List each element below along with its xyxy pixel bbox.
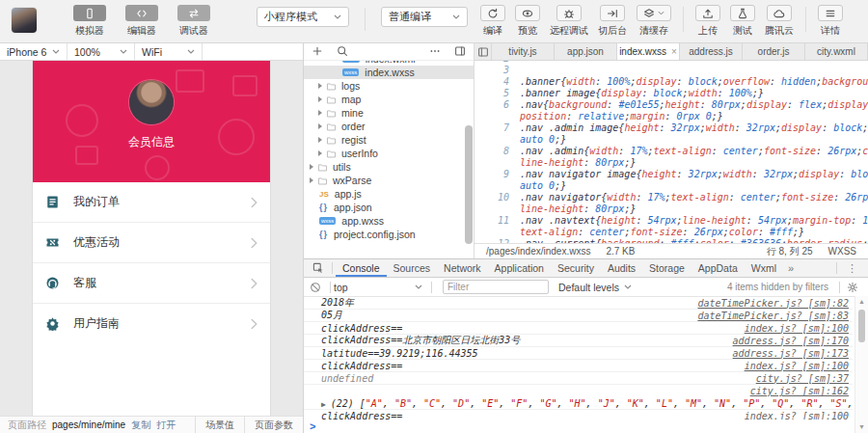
page-params-button[interactable]: 页面参数 [244,417,303,433]
console-tab-audits[interactable]: Audits [601,259,642,277]
editor-tab-app.json[interactable]: app.json [555,43,617,60]
editor-tab-index.wxss[interactable]: index.wxss× [617,43,680,60]
tree-item-index.wxss[interactable]: wxssindex.wxss [304,66,474,79]
editor-tab-order.js[interactable]: order.js [743,43,805,60]
collapse-sidebar-icon[interactable] [475,43,492,60]
scrollbar-thumb[interactable] [858,310,865,342]
tree-item-wxParse[interactable]: wxParse [304,174,474,187]
expand-arrow-icon[interactable] [318,137,322,143]
console-settings-icon[interactable] [847,282,858,293]
expand-arrow-icon[interactable] [318,83,322,89]
member-avatar[interactable] [129,80,174,124]
console-tab-console[interactable]: Console [336,259,387,277]
console-tab-sources[interactable]: Sources [387,259,438,277]
code-line: line-height: 80rpx;} [475,203,868,215]
editor-tab-city.wxml[interactable]: city.wxml [805,43,868,60]
device-select[interactable]: iPhone 6 [0,43,68,60]
inspect-element-icon[interactable] [308,262,329,274]
expand-arrow-icon[interactable] [318,110,322,116]
action-cloud-button[interactable]: 腾讯云 [765,5,794,38]
code-line: 9.nav navigator image{height: 32rpx;widt… [475,169,868,180]
log-levels-select[interactable]: Default levels [558,282,632,293]
console-source-link[interactable]: city.js? [sm]:37 [756,373,853,384]
menu-item-guide[interactable]: 用户指南 [33,304,270,343]
tree-item-order[interactable]: order [304,120,474,133]
console-tab-appdata[interactable]: AppData [692,259,745,277]
console-source-link[interactable]: dateTimePicker.js? [sm]:83 [697,311,853,321]
more-options-icon[interactable] [429,45,441,59]
action-test-button[interactable]: 测试 [730,5,755,38]
network-select[interactable]: WiFi [135,43,203,60]
add-file-icon[interactable] [312,45,323,59]
editor-tab-address.js[interactable]: address.js [680,43,743,60]
user-avatar[interactable] [12,8,37,33]
tree-item-regist[interactable]: regist [304,133,474,147]
scroll-up-icon[interactable]: ▲ [858,296,865,308]
tree-item-app.json[interactable]: {}app.json [304,201,474,214]
console-filter-input[interactable] [443,280,549,294]
console-source-link[interactable]: dateTimePicker.js? [sm]:82 [697,298,853,309]
tree-item-project.config.json[interactable]: {}project.config.json [304,228,474,241]
view-toggle-phone[interactable]: 模拟器 [69,5,110,38]
tree-item-app.wxss[interactable]: wxssapp.wxss [304,214,474,228]
compile-select[interactable]: 普通编译 [381,7,468,27]
code-editor[interactable]: 234.banner{width: 100%;display: block;ov… [475,61,868,243]
action-cache-button[interactable]: 清缓存 [637,5,671,38]
console-tab-storage[interactable]: Storage [642,259,692,277]
open-path-link[interactable]: 打开 [156,419,176,432]
tree-item-mine[interactable]: mine [304,106,474,120]
collapse-panel-icon[interactable] [454,45,466,59]
console-scrollbar[interactable]: ▲ ▼ [854,296,868,433]
console-source-link[interactable]: index.js? [sm]:100 [745,361,853,371]
expand-arrow-icon[interactable] [310,164,313,170]
menu-item-order[interactable]: 我的订单 [33,182,270,223]
console-source-link[interactable]: index.js? [sm]:100 [745,411,853,420]
tree-item-app.js[interactable]: JSapp.js [304,187,474,201]
console-source-link[interactable]: address.js? [sm]:173 [733,348,853,359]
expand-arrow-icon[interactable] [318,150,322,156]
scroll-down-icon[interactable]: ▼ [858,421,865,433]
action-switchbg-button[interactable]: 切后台 [598,5,627,38]
more-tabs-icon[interactable]: » [783,262,799,274]
context-select[interactable]: top [334,282,428,293]
search-icon[interactable] [337,45,348,59]
action-label: 远程调试 [550,24,588,38]
file-tree-scrollbar[interactable] [465,125,473,244]
expand-array-icon[interactable]: ▶ [321,400,331,409]
copy-path-link[interactable]: 复制 [131,419,150,432]
view-toggle-code[interactable]: 编辑器 [122,5,162,38]
console-source-link[interactable]: address.js? [sm]:170 [733,336,853,346]
menu-item-promo[interactable]: 优惠活动 [33,223,270,263]
expand-arrow-icon[interactable] [318,123,322,129]
tree-item-logs[interactable]: logs [304,79,474,93]
console-source-link[interactable]: city.js? [sm]:162 [750,386,853,396]
tree-item-map[interactable]: map [304,93,474,106]
kebab-menu-icon[interactable]: ⋮ [840,262,864,275]
action-hamburger-button[interactable]: 详情 [818,5,843,38]
close-icon[interactable]: × [671,47,677,57]
action-bug-button[interactable]: 远程调试 [550,5,588,38]
action-eye-button[interactable]: 预览 [515,5,540,38]
expand-arrow-icon[interactable] [310,177,313,183]
chevron-right-icon [251,278,258,289]
scene-value-button[interactable]: 场景值 [195,417,244,433]
zoom-select[interactable]: 100% [68,43,135,60]
console-source-link[interactable]: index.js? [sm]:100 [745,323,853,334]
tree-item-userInfo[interactable]: userInfo [304,147,474,160]
menu-item-service[interactable]: 客服 [33,263,270,304]
mode-select[interactable]: 小程序模式 [257,7,349,27]
code-line: 11.nav .navtext{height: 54rpx;line-heigh… [475,215,868,227]
editor-tab-tivity.js[interactable]: tivity.js [492,43,555,60]
tree-item-utils[interactable]: utils [304,160,474,174]
console-tab-network[interactable]: Network [437,259,488,277]
action-refresh-button[interactable]: 编译 [480,5,505,38]
action-upload-button[interactable]: 上传 [695,5,720,38]
console-prompt[interactable]: > [304,419,868,433]
console-tab-security[interactable]: Security [551,259,601,277]
expand-arrow-icon[interactable] [318,96,322,102]
clear-console-icon[interactable] [310,282,321,293]
file-language[interactable]: WXSS [828,246,856,257]
console-tab-wxml[interactable]: Wxml [745,259,783,277]
view-toggle-debug[interactable]: 调试器 [174,5,214,38]
console-tab-application[interactable]: Application [488,259,551,277]
